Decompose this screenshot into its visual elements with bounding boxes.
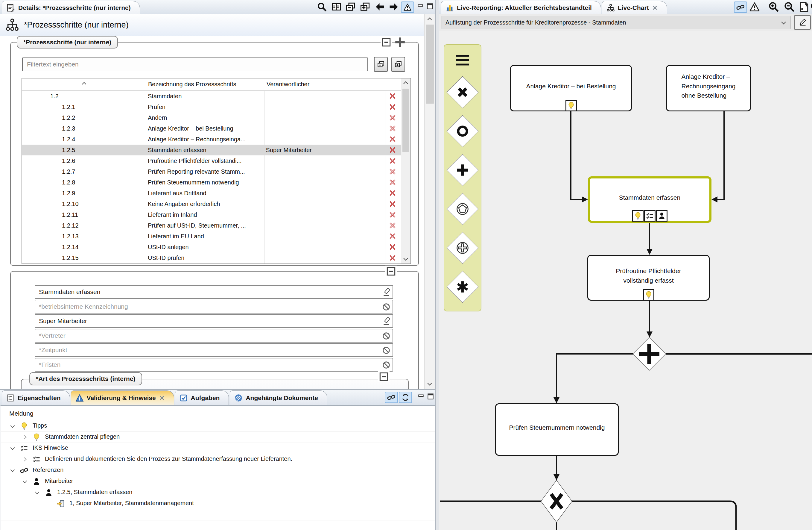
tab-aufgaben[interactable]: Aufgaben	[175, 390, 229, 405]
filter-collapse-icon[interactable]	[374, 57, 388, 72]
palette-gw-star[interactable]	[446, 271, 478, 303]
table-row[interactable]: 1.2.7Prüfen Reporting relevante Stamm...	[22, 166, 401, 177]
chevron-right-icon[interactable]	[21, 456, 28, 463]
empty-form-field[interactable]: *Zeitpunkt	[35, 343, 393, 357]
tab-details[interactable]: Details: *Prozessschritte (nur interne)	[2, 1, 140, 14]
table-row[interactable]: 1.2.1Prüfen	[22, 101, 401, 112]
zoom-original-icon[interactable]	[810, 1, 812, 13]
chevron-down-icon[interactable]	[34, 489, 40, 496]
tree-item[interactable]: IKS Hinweise	[1, 443, 435, 454]
delete-row-icon[interactable]	[384, 179, 401, 186]
no-entry-icon[interactable]	[382, 332, 391, 340]
chevron-down-icon[interactable]	[9, 423, 16, 429]
zoom-in-icon[interactable]	[768, 1, 780, 13]
delete-row-icon[interactable]	[384, 243, 401, 251]
flow-node-a[interactable]: Anlage Kreditor – bei Bestellung	[510, 65, 632, 111]
tab-validierung-hinweise[interactable]: Validierung & Hinweise	[71, 390, 174, 405]
table-row[interactable]: 1.2.9Lieferant aus Drittland	[22, 188, 401, 198]
report-select[interactable]: Auflistung der Prozessschritte für Kredi…	[441, 16, 791, 29]
node-bulb-badge[interactable]	[632, 210, 643, 222]
table-row[interactable]: 1.2.12Prüfen auf USt-ID, Steuernummer, .…	[22, 220, 401, 231]
flow-node-b[interactable]: Anlage Kreditor – Rechnungseingang ohne …	[666, 65, 751, 111]
table-row[interactable]: 1.2.11Lieferant im Inland	[22, 209, 401, 220]
chevron-down-icon[interactable]	[9, 467, 16, 474]
table-row[interactable]: 1.2.13Lieferant im EU Land	[22, 231, 401, 242]
tree-item[interactable]: Definieren und dokumentieren Sie den Pro…	[1, 454, 435, 465]
tree-item[interactable]: Stammdaten zentral pflegen	[1, 432, 435, 443]
empty-form-field[interactable]: *Vertreter	[35, 329, 393, 343]
form-field[interactable]: Super Mitarbeiter	[35, 314, 393, 328]
eraser-icon[interactable]	[382, 317, 391, 326]
table-row[interactable]: 1.2.10Keine Angaben erforderlich	[22, 198, 401, 209]
tab-live-chart[interactable]: Live-Chart	[602, 1, 667, 14]
table-row[interactable]: 1.2.5Stammdaten erfassenSuper Mitarbeite…	[22, 145, 401, 155]
link-with-editor-icon[interactable]	[734, 1, 747, 13]
validation-toggle-icon[interactable]	[401, 1, 414, 13]
close-icon[interactable]	[159, 395, 165, 401]
node-bulb-badge[interactable]	[565, 100, 577, 111]
empty-form-field[interactable]: *Fristen	[35, 358, 393, 372]
link-with-editor-icon[interactable]	[385, 392, 398, 403]
palette-gw-pentagon[interactable]	[446, 193, 478, 225]
scroll-thumb[interactable]	[402, 89, 409, 152]
collapse-subgroup-icon[interactable]	[378, 371, 390, 382]
table-row[interactable]: 1.2.6Prüfroutine Pflichtfelder vollständ…	[22, 155, 401, 166]
tab-eigenschaften[interactable]: Eigenschaften	[2, 390, 70, 405]
no-entry-icon[interactable]	[382, 346, 391, 355]
search-icon[interactable]	[317, 1, 327, 12]
empty-form-field[interactable]: *betriebsinterne Kennzeichnung	[35, 300, 393, 313]
gateway-parallel[interactable]	[633, 337, 666, 371]
scroll-down-icon[interactable]	[426, 380, 433, 388]
delete-row-icon[interactable]	[384, 114, 401, 121]
menu-lines-icon[interactable]	[450, 52, 475, 69]
delete-row-icon[interactable]	[384, 211, 401, 218]
table-row[interactable]: 1.2Stammdaten	[22, 91, 401, 101]
form-field[interactable]: Stammdaten erfassen	[35, 285, 393, 299]
delete-row-icon[interactable]	[384, 254, 401, 261]
tree-item[interactable]: 1.2.5, Stammdaten erfassen	[1, 487, 435, 498]
tab-angeh-ngte-dokumente[interactable]: Angehängte Dokumente	[230, 390, 327, 405]
filter-expand-icon[interactable]	[391, 57, 405, 72]
details-scrollbar[interactable]	[424, 14, 435, 389]
node-checklist-badge[interactable]	[644, 210, 655, 222]
flow-node-e[interactable]: Prüfen Steuernummern notwendig	[495, 403, 619, 456]
expand-all-icon[interactable]	[360, 1, 371, 12]
collapse-all-icon[interactable]	[345, 1, 356, 12]
chevron-right-icon[interactable]	[21, 434, 28, 441]
column-header-responsible[interactable]: Verantwortlicher	[266, 81, 309, 88]
table-row[interactable]: 1.2.2Ändern	[22, 112, 401, 123]
minimize-view-icon[interactable]	[417, 393, 425, 400]
palette-gw-plus[interactable]	[446, 154, 478, 186]
tree-item[interactable]: 1, Super Mitarbeiter, Stammdatenmanageme…	[1, 498, 435, 509]
table-row[interactable]: 1.2.8Prüfen Steuernummern notwendig	[22, 177, 401, 188]
palette-gw-x[interactable]	[446, 76, 478, 108]
chevron-down-icon[interactable]	[9, 445, 16, 451]
flow-node-c[interactable]: Stammdaten erfassen	[588, 176, 711, 223]
delete-row-icon[interactable]	[384, 200, 401, 208]
delete-row-icon[interactable]	[384, 125, 401, 132]
scroll-up-icon[interactable]	[402, 79, 409, 86]
no-entry-icon[interactable]	[382, 303, 391, 311]
delete-row-icon[interactable]	[384, 222, 401, 229]
maximize-view-icon[interactable]	[426, 2, 434, 10]
node-bulb-badge[interactable]	[643, 289, 654, 301]
delete-row-icon[interactable]	[384, 157, 401, 164]
delete-row-icon[interactable]	[384, 190, 401, 197]
gateway-exclusive[interactable]	[541, 480, 572, 522]
table-header[interactable]: Bezeichnung des Prozessschritts Verantwo…	[22, 79, 401, 91]
scroll-up-icon[interactable]	[426, 16, 433, 23]
column-header-name[interactable]: Bezeichnung des Prozessschritts	[148, 81, 236, 88]
collapse-group-icon[interactable]	[380, 37, 392, 48]
chevron-down-icon[interactable]	[21, 478, 28, 485]
table-row[interactable]: 1.2.14USt-ID anlegen	[22, 242, 401, 252]
minimize-view-icon[interactable]	[417, 2, 424, 10]
node-person-badge[interactable]	[656, 210, 667, 222]
collapse-form-icon[interactable]	[385, 266, 397, 277]
delete-row-icon[interactable]	[384, 136, 401, 143]
warning-icon[interactable]	[749, 1, 760, 12]
flow-node-d[interactable]: Prüfroutine Pflichtfelder vollständig er…	[587, 255, 710, 301]
refresh-icon[interactable]	[399, 392, 412, 403]
delete-row-icon[interactable]	[384, 103, 401, 111]
table-row[interactable]: 1.2.3Anlage Kreditor – bei Bestellung	[22, 123, 401, 134]
chart-canvas[interactable]: Anlage Kreditor – bei BestellungAnlage K…	[439, 31, 812, 530]
